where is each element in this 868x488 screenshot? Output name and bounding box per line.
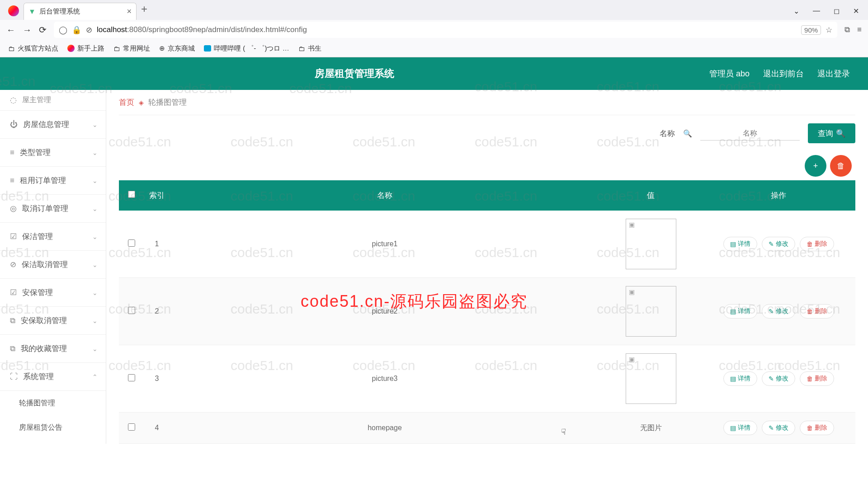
vue-icon: ▼ xyxy=(28,8,36,16)
bookmark-star-icon[interactable]: ☆ xyxy=(826,25,832,35)
detail-icon: ▤ xyxy=(730,424,736,432)
row-checkbox[interactable] xyxy=(128,374,135,381)
cell-index: 2 xyxy=(144,278,170,345)
delete-button[interactable]: 🗑 xyxy=(830,155,852,177)
close-icon[interactable]: × xyxy=(127,7,132,16)
table-row: 2picture2▤详情✎修改🗑删除 xyxy=(119,278,855,345)
chevron-down-icon: ⌄ xyxy=(92,205,98,212)
table-row: 1picture1▤详情✎修改🗑删除 xyxy=(119,211,855,278)
folder-icon: 🗀 xyxy=(298,45,305,52)
bookmark-item[interactable]: 🗀书生 xyxy=(298,44,321,53)
bookmark-item[interactable]: ⊕京东商城 xyxy=(159,44,195,53)
row-checkbox[interactable] xyxy=(128,307,135,314)
logout-link[interactable]: 退出登录 xyxy=(817,68,850,79)
detail-button[interactable]: ▤详情 xyxy=(723,371,757,386)
search-icon: 🔍 xyxy=(836,129,845,138)
row-ops: ▤详情✎修改🗑删除 xyxy=(706,304,851,319)
back-icon[interactable]: ← xyxy=(6,25,15,35)
chevron-down-icon: ⌄ xyxy=(92,317,98,324)
delete-row-button[interactable]: 🗑删除 xyxy=(800,237,834,251)
app-menu-icon[interactable]: ≡ xyxy=(857,25,862,34)
edit-button[interactable]: ✎修改 xyxy=(762,421,795,435)
bookmark-item[interactable]: 🗀火狐官方站点 xyxy=(8,44,58,53)
delete-row-button[interactable]: 🗑删除 xyxy=(800,371,834,386)
sidebar-item-cancel-order[interactable]: ◎取消订单管理⌄ xyxy=(0,195,106,223)
lock-icon: 🔒 xyxy=(72,25,81,35)
cell-value xyxy=(600,211,702,278)
extensions-icon[interactable]: ⧉ xyxy=(844,25,850,34)
new-tab-button[interactable]: + xyxy=(141,3,147,17)
sidebar-sub-carousel[interactable]: 轮播图管理 xyxy=(0,391,106,415)
tab-title: 后台管理系统 xyxy=(39,7,80,16)
breadcrumb: 首页 ◈ 轮播图管理 xyxy=(119,90,855,115)
firefox-logo-icon xyxy=(8,5,19,16)
search-input[interactable] xyxy=(700,127,800,141)
sidebar-item-clean-cancel[interactable]: ⊘保洁取消管理⌄ xyxy=(0,251,106,279)
bookmark-item[interactable]: 哔哩哔哩 ( ゜- ゜)つロ … xyxy=(204,44,289,53)
go-frontstage-link[interactable]: 退出到前台 xyxy=(763,68,804,79)
url-text: localhost:8080/springboot89nep/admin/dis… xyxy=(97,25,797,34)
minimize-icon[interactable]: — xyxy=(813,7,820,15)
col-index: 索引 xyxy=(144,180,170,211)
no-image-text: 无图片 xyxy=(640,424,662,432)
cell-index: 1 xyxy=(144,211,170,278)
sidebar-item-security-cancel[interactable]: ⧉安保取消管理⌄ xyxy=(0,307,106,335)
tabs-dropdown-icon[interactable]: ⌄ xyxy=(793,7,799,15)
sidebar-item-clean[interactable]: ☑保洁管理⌄ xyxy=(0,223,106,251)
row-checkbox[interactable] xyxy=(128,239,135,247)
sidebar-item-owner[interactable]: ◌屋主管理 xyxy=(0,90,106,111)
current-admin[interactable]: 管理员 abo xyxy=(709,68,750,79)
browser-tab[interactable]: ▼ 后台管理系统 × xyxy=(24,3,137,20)
browser-chrome: ▼ 后台管理系统 × + ⌄ — ◻ ✕ ← → ⟳ ◯ 🔒 ⊘ localho… xyxy=(0,0,868,57)
sidebar-item-type[interactable]: ≡类型管理⌄ xyxy=(0,139,106,167)
sidebar: ◌屋主管理 ⏻房屋信息管理⌄ ≡类型管理⌄ ≡租用订单管理⌄ ◎取消订单管理⌄ … xyxy=(0,90,106,444)
delete-row-button[interactable]: 🗑删除 xyxy=(800,304,834,319)
bookmarks-bar: 🗀火狐官方站点 新手上路 🗀常用网址 ⊕京东商城 哔哩哔哩 ( ゜- ゜)つロ … xyxy=(0,40,868,57)
breadcrumb-home[interactable]: 首页 xyxy=(119,97,134,108)
forward-icon[interactable]: → xyxy=(23,25,32,35)
chevron-down-icon: ⌄ xyxy=(92,121,98,128)
chevron-down-icon: ⌄ xyxy=(92,177,98,184)
detail-button[interactable]: ▤详情 xyxy=(723,237,757,251)
shield-icon: ☑ xyxy=(10,288,17,297)
app-title: 房屋租赁管理系统 xyxy=(0,67,709,80)
bookmark-item[interactable]: 新手上路 xyxy=(67,44,104,53)
sidebar-item-rent-order[interactable]: ≡租用订单管理⌄ xyxy=(0,167,106,195)
chevron-down-icon: ⌄ xyxy=(92,233,98,240)
address-bar[interactable]: ◯ 🔒 ⊘ localhost:8080/springboot89nep/adm… xyxy=(54,22,837,38)
table-row: 4homepage无图片▤详情✎修改🗑删除 xyxy=(119,413,855,444)
delete-row-button[interactable]: 🗑删除 xyxy=(800,421,834,435)
folder-icon: 🗀 xyxy=(8,45,15,52)
action-row: + 🗑 xyxy=(119,151,855,180)
detail-icon: ▤ xyxy=(730,240,736,248)
select-all-checkbox[interactable] xyxy=(128,191,135,198)
search-button[interactable]: 查询🔍 xyxy=(808,123,855,143)
edit-button[interactable]: ✎修改 xyxy=(762,304,795,319)
refresh-icon[interactable]: ⟳ xyxy=(39,24,47,35)
col-name: 名称 xyxy=(170,180,600,211)
close-window-icon[interactable]: ✕ xyxy=(853,7,859,15)
data-table: 索引 名称 值 操作 1picture1▤详情✎修改🗑删除2picture2▤详… xyxy=(119,180,855,444)
search-row: 名称 🔍 查询🔍 xyxy=(119,115,855,151)
body: ◌屋主管理 ⏻房屋信息管理⌄ ≡类型管理⌄ ≡租用订单管理⌄ ◎取消订单管理⌄ … xyxy=(0,90,868,444)
image-placeholder xyxy=(626,286,676,337)
cell-index: 3 xyxy=(144,345,170,413)
detail-button[interactable]: ▤详情 xyxy=(723,421,757,435)
add-button[interactable]: + xyxy=(805,155,826,177)
sidebar-item-fav[interactable]: ⧉我的收藏管理⌄ xyxy=(0,335,106,363)
search-icon: 🔍 xyxy=(683,129,692,138)
bookmark-item[interactable]: 🗀常用网址 xyxy=(113,44,150,53)
zoom-level[interactable]: 90% xyxy=(801,25,821,35)
trash-icon: 🗑 xyxy=(807,375,813,382)
edit-button[interactable]: ✎修改 xyxy=(762,371,795,386)
detail-icon: ▤ xyxy=(730,375,736,382)
detail-button[interactable]: ▤详情 xyxy=(723,304,757,319)
col-checkbox xyxy=(119,180,144,211)
maximize-icon[interactable]: ◻ xyxy=(834,7,840,15)
sidebar-sub-notice[interactable]: 房屋租赁公告 xyxy=(0,415,106,440)
edit-button[interactable]: ✎修改 xyxy=(762,237,795,251)
sidebar-item-system[interactable]: ⛶系统管理⌃ xyxy=(0,363,106,391)
sidebar-item-security[interactable]: ☑安保管理⌄ xyxy=(0,279,106,307)
sidebar-item-house[interactable]: ⏻房屋信息管理⌄ xyxy=(0,111,106,139)
row-checkbox[interactable] xyxy=(128,423,135,431)
